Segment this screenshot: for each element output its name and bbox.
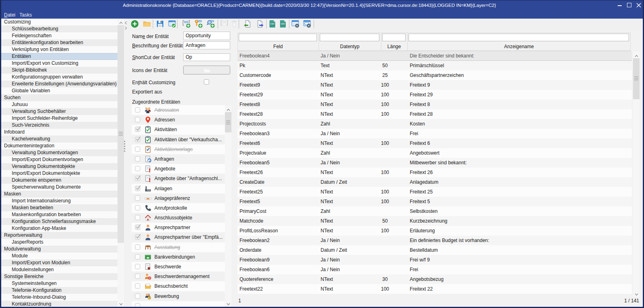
svg-text:CSV: CSV	[280, 23, 285, 25]
svg-text:CSV: CSV	[270, 23, 274, 25]
